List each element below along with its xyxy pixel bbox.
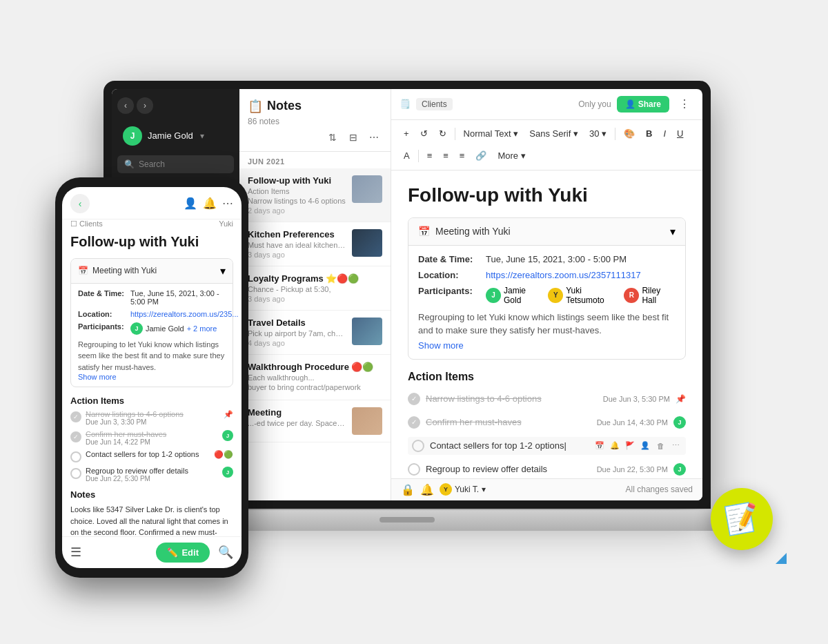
date-group-label: JUN 2021 [239, 152, 391, 168]
note-item-3[interactable]: Loyalty Programs ⭐🔴🟢 Chance - Pickup at … [239, 266, 391, 311]
note-time-1: 2 days ago [248, 206, 346, 215]
note-item-6[interactable]: Meeting ...-ed twice per day. Space hour… [239, 400, 391, 442]
tag-clients[interactable]: Clients [416, 98, 453, 110]
mobile-meeting-header[interactable]: 📅 Meeting with Yuki ▾ [71, 259, 233, 284]
mobile-tag: ☐ Clients Yuki [62, 219, 241, 231]
notes-list-panel: 📋 Notes 86 notes ⇅ ⊟ ⋯ JUN 2021 [239, 89, 391, 500]
action-assignee-2: J [673, 416, 686, 429]
note-item-5[interactable]: Walkthrough Procedure 🔴🟢 Each walkthroug… [239, 355, 391, 400]
action-person-icon[interactable]: 👤 [639, 440, 651, 452]
editor-topbar: 🗒️ Clients Only you 👤 Share ⋮ [391, 89, 702, 120]
note-detail-1: Narrow listings to 4-6 options [248, 197, 346, 205]
mobile-location-link[interactable]: https://zerealtors.zoom.us/235... [130, 310, 239, 318]
participant-riley: R Riley Hall [624, 286, 676, 305]
action-check-3[interactable] [412, 440, 424, 452]
note-thumb-1 [352, 175, 382, 203]
highlight-button[interactable]: A [400, 146, 414, 166]
undo-button[interactable]: ↺ [416, 124, 432, 144]
mobile-more-icon[interactable]: ⋯ [222, 197, 233, 210]
note-time-4: 4 days ago [248, 339, 346, 347]
logo-icon: 📝 [722, 500, 761, 538]
redo-button[interactable]: ↻ [435, 124, 451, 144]
mobile-more-participants[interactable]: + 2 more [187, 324, 217, 333]
mobile-action-1[interactable]: ✓ Narrow listings to 4-6 options Due Jun… [70, 410, 233, 426]
note-item-content-2: Kitchen Preferences Must have an ideal k… [248, 229, 346, 259]
footer-lock-icon: 🔒 [401, 483, 415, 496]
format-normal-dropdown[interactable]: Normal Text ▾ [460, 124, 523, 144]
action-check-4[interactable] [408, 463, 420, 476]
action-flag2-icon[interactable]: 🚩 [624, 440, 636, 452]
mobile-search-icon[interactable]: 🔍 [218, 545, 233, 560]
numbered-list-button[interactable]: ≡ [439, 146, 453, 166]
underline-button[interactable]: U [673, 124, 687, 144]
action-item-3[interactable]: Contact sellers for top 1-2 options| 📅 🔔… [408, 437, 686, 455]
action-check-1[interactable]: ✓ [408, 393, 420, 405]
nav-back-button[interactable]: ‹ [117, 97, 134, 114]
mobile-action-4[interactable]: Regroup to review offer details Due Jun … [70, 467, 233, 482]
mobile-check-1[interactable]: ✓ [70, 411, 81, 422]
link-button[interactable]: 🔗 [471, 146, 491, 166]
action-item-2[interactable]: ✓ Confirm her must-haves Due Jun 14, 4:3… [408, 413, 686, 431]
user-name: Jamie Gold [148, 130, 193, 141]
note-item-1[interactable]: Follow-up with Yuki Action Items Narrow … [239, 168, 391, 222]
editor-content[interactable]: Follow-up with Yuki 📅 Meeting with Yuki … [391, 170, 702, 478]
meeting-card: 📅 Meeting with Yuki ▾ Date & Time: Tue, … [408, 217, 686, 360]
bold-button[interactable]: B [642, 124, 656, 144]
filter-icon[interactable]: ⊟ [345, 129, 362, 146]
mobile-check-3[interactable] [70, 451, 81, 462]
mobile-edit-button[interactable]: ✏️ Edit [156, 543, 210, 563]
mobile-action-3[interactable]: Contact sellers for top 1-2 options 🔴🟢 [70, 450, 233, 462]
font-family-dropdown[interactable]: Sans Serif ▾ [525, 124, 582, 144]
more-button[interactable]: ⋮ [675, 95, 694, 114]
color-button[interactable]: 🎨 [620, 124, 639, 144]
indent-button[interactable]: ≡ [455, 146, 469, 166]
user-profile-row[interactable]: J Jamie Gold ▾ [117, 122, 234, 150]
sort-icon[interactable]: ⇅ [324, 129, 341, 146]
bullet-list-button[interactable]: ≡ [423, 146, 437, 166]
share-button[interactable]: 👤 Share [617, 96, 669, 113]
mobile-action-2[interactable]: ✓ Confirm her must-haves Due Jun 14, 4:2… [70, 430, 233, 446]
italic-button[interactable]: I [659, 124, 670, 144]
mobile-content[interactable]: 📅 Meeting with Yuki ▾ Date & Time: Tue, … [62, 255, 241, 536]
action-calendar-icon[interactable]: 📅 [593, 440, 606, 452]
mobile-back-button[interactable]: ‹ [70, 194, 90, 213]
mobile-expand-icon[interactable]: ▾ [220, 264, 226, 277]
action-more-icon[interactable]: ⋯ [669, 440, 682, 452]
action-due-2: Due Jun 14, 4:30 PM [597, 418, 668, 427]
mobile-bell-icon[interactable]: 🔔 [203, 197, 217, 210]
mobile-participants-value: Jamie Gold [146, 324, 184, 333]
action-check-2[interactable]: ✓ [408, 416, 420, 429]
participant-avatar-y: Y [548, 288, 563, 303]
footer-user-chip[interactable]: Y Yuki T. ▾ [440, 483, 486, 496]
font-size-dropdown[interactable]: 30 ▾ [585, 124, 611, 144]
note-item-4[interactable]: Travel Details Pick up airport by 7am, c… [239, 311, 391, 355]
participant-avatar-j: J [486, 288, 501, 303]
location-link[interactable]: https://zerealtors.zoom.us/2357111317 [486, 270, 641, 280]
user-dropdown-icon: ▾ [200, 131, 204, 141]
dots-icon[interactable]: ⋯ [366, 129, 382, 146]
note-title-1: Follow-up with Yuki [248, 175, 346, 186]
note-item-2[interactable]: Kitchen Preferences Must have an ideal k… [239, 222, 391, 266]
add-toolbar-button[interactable]: + [400, 124, 413, 144]
search-box[interactable]: 🔍 Search [117, 155, 234, 173]
mobile-check-2[interactable]: ✓ [70, 431, 81, 442]
meeting-expand-icon[interactable]: ▾ [670, 225, 676, 238]
nav-forward-button[interactable]: › [137, 97, 153, 114]
action-item-4[interactable]: Regroup to review offer details Due Jun … [408, 460, 686, 478]
action-delete-icon[interactable]: 🗑 [654, 440, 667, 452]
mobile-user-icon[interactable]: 👤 [184, 197, 197, 210]
action-item-1[interactable]: ✓ Narrow listings to 4-6 options Due Jun… [408, 390, 686, 408]
mobile-check-4[interactable] [70, 468, 81, 479]
footer-user-avatar: Y [440, 483, 452, 496]
more-formats-button[interactable]: More ▾ [493, 146, 529, 166]
meeting-card-header[interactable]: 📅 Meeting with Yuki ▾ [408, 218, 685, 246]
note-item-content-6: Meeting ...-ed twice per day. Space hour… [248, 407, 346, 429]
action-flag-icon[interactable]: 🔔 [609, 440, 621, 452]
floating-logo: 📝 [711, 488, 773, 550]
location-row: Location: https://zerealtors.zoom.us/235… [418, 270, 676, 280]
show-more-button[interactable]: Show more [418, 340, 676, 351]
mobile-menu-icon[interactable]: ☰ [70, 545, 81, 560]
mobile-edit-icon: ✏️ [167, 547, 178, 558]
note-title-5: Walkthrough Procedure 🔴🟢 [248, 362, 382, 372]
mobile-show-more[interactable]: Show more [78, 373, 226, 381]
